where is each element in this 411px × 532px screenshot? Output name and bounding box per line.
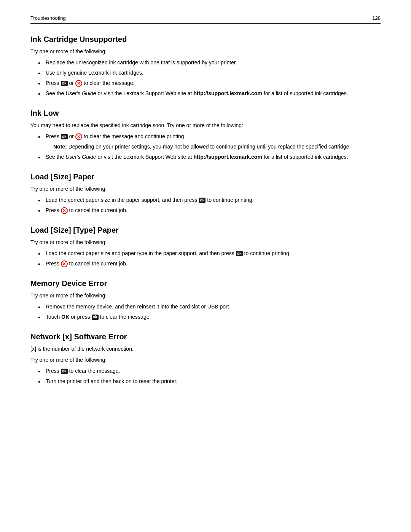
section-title-load-size-paper: Load [Size] Paper	[30, 173, 381, 181]
section-intro: You may need to replace the specified in…	[30, 121, 381, 129]
section-ink-low: Ink Low You may need to replace the spec…	[30, 109, 381, 161]
section-ink-cartridge-unsupported: Ink Cartridge Unsupported Try one or mor…	[30, 35, 381, 97]
section-title-network-software-error: Network [x] Software Error	[30, 332, 381, 341]
section-load-size-paper: Load [Size] Paper Try one or more of the…	[30, 173, 381, 214]
cancel-icon: ✕	[61, 260, 68, 267]
list-item: Load the correct paper size and paper ty…	[38, 249, 381, 257]
header-bar: Troubleshooting 128	[30, 15, 381, 24]
list-item: Use only genuine Lexmark ink cartridges.	[38, 69, 381, 77]
bullet-list: Press ok to clear the message. Turn the …	[38, 367, 381, 385]
section-title-ink-low: Ink Low	[30, 109, 381, 118]
ok-button-icon: ok	[199, 198, 206, 203]
list-item: Press ok or ✕ to clear the message and c…	[38, 133, 381, 151]
italic-text: User's Guide	[65, 90, 96, 96]
list-item: Press ok or ✕ to clear the message.	[38, 79, 381, 87]
bullet-list: Remove the memory device, and then reins…	[38, 303, 381, 321]
section-title-load-size-type-paper: Load [Size] [Type] Paper	[30, 226, 381, 235]
section-intro: Try one or more of the following:	[30, 238, 381, 246]
list-item: Turn the printer off and then back on to…	[38, 377, 381, 385]
list-item: Remove the memory device, and then reins…	[38, 303, 381, 311]
header-section-title: Troubleshooting	[30, 15, 66, 21]
section-title-ink-cartridge-unsupported: Ink Cartridge Unsupported	[30, 35, 381, 44]
section-intro: Try one or more of the following:	[30, 185, 381, 193]
section-title-memory-device-error: Memory Device Error	[30, 279, 381, 288]
section-x-note: [x] is the number of the network connect…	[30, 345, 381, 353]
list-item: Press ok to clear the message.	[38, 367, 381, 375]
ok-button-icon: ok	[236, 251, 243, 256]
section-intro: Try one or more of the following:	[30, 356, 381, 364]
list-item: Replace the unrecognized ink cartridge w…	[38, 59, 381, 67]
page: Troubleshooting 128 Ink Cartridge Unsupp…	[0, 0, 411, 532]
cancel-icon: ✕	[75, 80, 82, 87]
list-item: See the User's Guide or visit the Lexmar…	[38, 89, 381, 97]
cancel-icon: ✕	[75, 133, 82, 140]
section-load-size-type-paper: Load [Size] [Type] Paper Try one or more…	[30, 226, 381, 268]
bullet-list: Press ok or ✕ to clear the message and c…	[38, 133, 381, 161]
cancel-icon: ✕	[61, 207, 68, 214]
bullet-list: Replace the unrecognized ink cartridge w…	[38, 59, 381, 97]
section-memory-device-error: Memory Device Error Try one or more of t…	[30, 279, 381, 321]
section-network-software-error: Network [x] Software Error [x] is the nu…	[30, 332, 381, 385]
note-block: Note: Depending on your printer settings…	[53, 143, 381, 151]
url-link: http://support.lexmark.com	[193, 90, 262, 96]
list-item: Touch OK or press ok to clear the messag…	[38, 313, 381, 321]
section-intro: Try one or more of the following:	[30, 292, 381, 300]
header-page-number: 128	[372, 15, 381, 21]
ok-button-icon: ok	[92, 315, 99, 320]
bold-ok-text: OK	[61, 314, 69, 320]
url-link: http://support.lexmark.com	[193, 154, 262, 160]
bullet-list: Load the correct paper size and paper ty…	[38, 249, 381, 268]
ok-button-icon: ok	[61, 369, 68, 374]
section-intro: Try one or more of the following:	[30, 48, 381, 56]
ok-button-icon: ok	[61, 134, 68, 139]
list-item: Press ✕ to cancel the current job.	[38, 206, 381, 214]
ok-button-icon: ok	[61, 81, 68, 86]
list-item: See the User's Guide or visit the Lexmar…	[38, 153, 381, 161]
italic-text: User's Guide	[65, 154, 96, 160]
list-item: Load the correct paper size in the paper…	[38, 196, 381, 204]
bullet-list: Load the correct paper size in the paper…	[38, 196, 381, 214]
note-label: Note:	[53, 144, 67, 150]
list-item: Press ✕ to cancel the current job.	[38, 260, 381, 268]
